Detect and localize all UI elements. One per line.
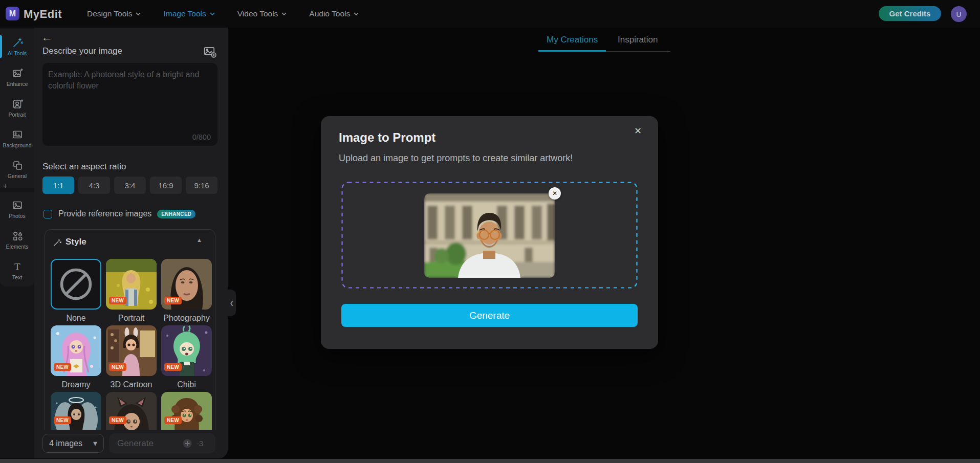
sidebar-item-text[interactable]: T Text <box>0 256 34 285</box>
text-icon: T <box>12 261 23 272</box>
prompt-textarea[interactable] <box>42 63 217 129</box>
new-badge: NEW <box>109 363 126 371</box>
user-avatar[interactable]: U <box>951 6 967 22</box>
top-navbar: M MyEdit Design Tools Image Tools Video … <box>0 0 980 28</box>
style-option-portrait[interactable]: NEW Portrait <box>106 259 157 323</box>
aspect-ratio-label: Select an aspect ratio <box>42 162 126 172</box>
magic-wand-icon <box>53 238 61 247</box>
image-to-prompt-modal: ✕ Image to Prompt Upload an image to get… <box>321 116 658 349</box>
style-option-photography[interactable]: NEW Photography <box>161 259 212 323</box>
new-badge: NEW <box>164 363 182 371</box>
remove-image-button[interactable]: ✕ <box>549 187 561 200</box>
myedit-logo-icon: M <box>6 7 19 20</box>
main-nav: Design Tools Image Tools Video Tools Aud… <box>87 0 359 28</box>
new-badge: NEW <box>164 297 182 304</box>
generate-button-disabled[interactable]: Generate -3 <box>109 433 215 453</box>
nav-video-tools[interactable]: Video Tools <box>237 9 287 18</box>
sidebar-item-ai-tools[interactable]: AI Tools <box>0 32 34 61</box>
brand-title[interactable]: MyEdit <box>24 8 62 21</box>
tool-rail: + AI Tools Enhance Portrait Background G… <box>0 28 34 458</box>
collapse-up-icon[interactable]: ▲ <box>197 237 202 243</box>
image-sparkle-icon <box>12 68 23 79</box>
chevron-left-icon: ❮ <box>230 300 234 306</box>
ratio-4-3[interactable]: 4:3 <box>78 177 110 194</box>
credit-coin-icon <box>182 438 192 449</box>
background-image-icon <box>12 129 23 140</box>
get-credits-button[interactable]: Get Credits <box>879 6 941 21</box>
panel-action-bar: 4 images ▾ Generate -3 <box>34 430 228 458</box>
portrait-frame-icon <box>12 98 23 109</box>
style-option-chibi[interactable]: NEW Chibi <box>161 325 212 389</box>
image-add-icon[interactable] <box>203 45 216 58</box>
ratio-9-16[interactable]: 9:16 <box>186 177 217 194</box>
layers-icon <box>12 160 23 171</box>
style-option-none[interactable]: None <box>51 259 101 323</box>
back-arrow-icon[interactable]: ← <box>41 31 53 44</box>
photo-icon <box>12 200 23 211</box>
magic-wand-icon <box>12 37 23 48</box>
ratio-3-4[interactable]: 3:4 <box>114 177 146 194</box>
enhanced-badge: ENHANCED <box>157 210 195 218</box>
sidebar-item-background[interactable]: Background <box>0 124 34 153</box>
prompt-input-box: 0/800 <box>42 63 217 146</box>
chevron-down-icon <box>210 12 215 16</box>
reference-checkbox[interactable] <box>43 210 52 218</box>
style-title: Style <box>66 237 86 247</box>
nav-image-tools[interactable]: Image Tools <box>163 9 214 18</box>
aspect-ratio-group: 1:1 4:3 3:4 16:9 9:16 <box>42 177 217 194</box>
prompt-panel: ← Describe your image 0/800 Select an as… <box>34 28 228 458</box>
modal-title: Image to Prompt <box>339 130 435 145</box>
modal-subtitle: Upload an image to get prompts to create… <box>339 153 573 164</box>
new-badge: NEW <box>54 416 71 424</box>
credit-cost: -3 <box>197 439 203 448</box>
char-counter: 0/800 <box>192 133 211 141</box>
sidebar-item-photos[interactable]: Photos <box>0 194 34 224</box>
sidebar-item-general[interactable]: General <box>0 155 34 184</box>
tab-inspiration[interactable]: Inspiration <box>618 35 658 45</box>
remove-x-icon: ✕ <box>552 190 557 197</box>
new-badge: NEW <box>109 416 126 424</box>
panel-title: Describe your image <box>42 46 122 56</box>
style-option-3d-cartoon[interactable]: NEW 3D Cartoon <box>106 325 157 389</box>
close-icon[interactable]: ✕ <box>634 125 642 137</box>
uploaded-image <box>424 193 555 278</box>
nav-audio-tools[interactable]: Audio Tools <box>309 9 359 18</box>
svg-text:T: T <box>14 261 20 272</box>
style-section: Style ▲ None NEW Portrait NEW Photograph… <box>45 229 215 458</box>
new-badge: NEW <box>164 416 182 424</box>
upload-dropzone[interactable]: ✕ <box>341 182 638 289</box>
shapes-icon <box>12 230 23 241</box>
reference-images-row: Provide reference images ENHANCED <box>43 209 195 218</box>
image-count-dropdown[interactable]: 4 images ▾ <box>42 434 104 453</box>
new-badge: NEW <box>54 363 71 371</box>
sidebar-item-elements[interactable]: Elements <box>0 225 34 255</box>
new-badge: NEW <box>109 297 126 304</box>
sidebar-item-portrait[interactable]: Portrait <box>0 93 34 123</box>
ratio-16-9[interactable]: 16:9 <box>150 177 182 194</box>
sidebar-item-enhance[interactable]: Enhance <box>0 62 34 92</box>
none-icon <box>52 259 100 310</box>
footer-edge <box>0 459 980 463</box>
chevron-down-icon <box>281 12 287 16</box>
style-option-dreamy[interactable]: NEW Dreamy <box>51 325 101 389</box>
caret-down-icon: ▾ <box>93 438 97 448</box>
panel-collapse-handle[interactable]: ❮ <box>228 290 236 316</box>
ratio-1-1[interactable]: 1:1 <box>42 177 74 194</box>
reference-label: Provide reference images <box>58 209 151 218</box>
tab-active-indicator <box>538 50 606 52</box>
chevron-down-icon <box>136 12 141 16</box>
tab-my-creations[interactable]: My Creations <box>547 35 598 45</box>
nav-design-tools[interactable]: Design Tools <box>87 9 141 18</box>
chevron-down-icon <box>354 12 359 16</box>
modal-generate-button[interactable]: Generate <box>341 304 638 327</box>
